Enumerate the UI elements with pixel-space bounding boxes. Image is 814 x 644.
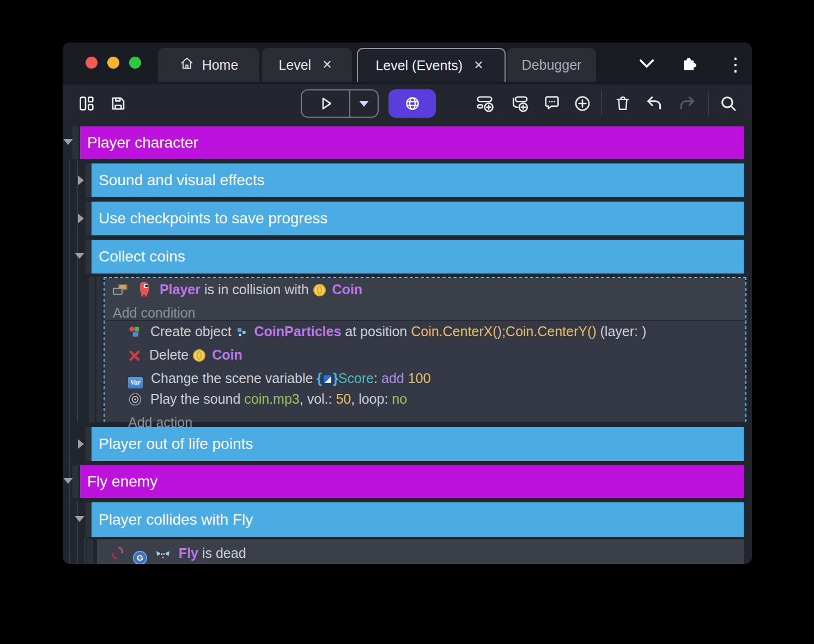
expand-chevron-icon[interactable] xyxy=(78,214,84,223)
add-subevent-icon[interactable] xyxy=(511,94,530,113)
expand-chevron-icon[interactable] xyxy=(78,175,84,185)
sound-icon xyxy=(128,391,142,412)
event-coin-collision[interactable]: Player is in collision with Coin Add con… xyxy=(104,277,746,422)
variable-badge-brace-icon: { xyxy=(317,370,322,386)
search-icon[interactable] xyxy=(719,94,738,113)
action-row-change-variable[interactable]: Var Change the scene variable {}Score: a… xyxy=(128,368,745,388)
condition-text: is dead xyxy=(198,545,246,561)
group-row-collides-fly[interactable]: Player collides with Fly xyxy=(92,502,744,537)
row-drag-handle[interactable] xyxy=(86,240,92,274)
condition-object-name: Coin xyxy=(332,282,363,297)
delete-x-icon xyxy=(128,347,141,368)
expand-chevron-icon[interactable] xyxy=(78,439,84,449)
open-project-manager-icon[interactable] xyxy=(77,94,96,113)
variable-badge-brace-icon: } xyxy=(333,370,338,386)
variable-icon: Var xyxy=(128,377,143,388)
caret-down-icon xyxy=(359,101,369,107)
play-options-dropdown[interactable] xyxy=(350,90,378,117)
close-tab-icon[interactable]: ✕ xyxy=(319,57,335,73)
kebab-menu-icon[interactable]: ⋮ xyxy=(726,53,745,75)
group-row-fly-enemy[interactable]: Fly enemy xyxy=(80,465,744,498)
tab-debugger[interactable]: Debugger xyxy=(507,48,596,82)
row-drag-handle[interactable] xyxy=(86,202,92,235)
action-text: Create object xyxy=(150,324,235,339)
minimize-window-button[interactable] xyxy=(107,57,119,69)
collapse-chevron-icon[interactable] xyxy=(63,139,73,145)
tab-level-events[interactable]: Level (Events) ✕ xyxy=(357,48,506,82)
action-text: Play the sound xyxy=(150,391,244,406)
group-row-life-points[interactable]: Player out of life points xyxy=(92,427,744,461)
row-drag-handle[interactable] xyxy=(86,427,92,461)
toolbar-divider xyxy=(708,92,709,116)
variable-operator: add xyxy=(381,370,404,386)
action-text: (layer: ) xyxy=(597,324,647,339)
action-text: Delete xyxy=(149,347,192,362)
home-icon xyxy=(179,56,195,74)
trigger-once-icon xyxy=(111,545,125,564)
tab-home-label: Home xyxy=(202,57,239,73)
redo-icon[interactable] xyxy=(677,94,697,113)
condition-row-collision[interactable]: Player is in collision with Coin xyxy=(113,279,745,302)
event-drag-handle[interactable] xyxy=(96,277,102,422)
coin-object-icon xyxy=(192,347,206,368)
add-event-icon[interactable] xyxy=(476,94,495,113)
action-row-delete[interactable]: Delete Coin xyxy=(128,344,745,368)
group-row-player-character[interactable]: Player character xyxy=(80,126,744,159)
action-text: , loop: xyxy=(351,391,392,406)
event-drag-handle[interactable] xyxy=(89,277,95,422)
indent-guide xyxy=(84,538,86,564)
actions-panel: Create object CoinParticles at position … xyxy=(105,320,745,422)
sound-loop: no xyxy=(392,391,407,406)
row-drag-handle[interactable] xyxy=(86,502,92,537)
row-drag-handle[interactable] xyxy=(72,126,78,159)
add-other-icon[interactable] xyxy=(573,94,592,113)
group-row-checkpoints[interactable]: Use checkpoints to save progress xyxy=(92,202,744,235)
gdevelop-behavior-icon: G xyxy=(133,551,147,564)
tab-home[interactable]: Home xyxy=(158,48,259,82)
action-expression: Coin.CenterX();Coin.CenterY() xyxy=(411,324,596,339)
zoom-window-button[interactable] xyxy=(129,57,141,69)
event-fly-dead[interactable]: G Fly is dead xyxy=(97,539,744,564)
delete-icon[interactable] xyxy=(613,94,633,113)
chevron-down-icon[interactable] xyxy=(637,57,656,74)
event-drag-handle[interactable] xyxy=(87,539,93,564)
collapse-chevron-icon[interactable] xyxy=(75,253,84,259)
action-row-create-object[interactable]: Create object CoinParticles at position … xyxy=(128,321,745,344)
play-button[interactable] xyxy=(302,90,350,117)
save-icon[interactable] xyxy=(108,94,128,113)
globe-icon xyxy=(404,95,421,112)
collapse-chevron-icon[interactable] xyxy=(63,478,73,484)
title-bar: Home Level ✕ Level (Events) ✕ Debugger ⋮ xyxy=(63,42,752,84)
close-tab-icon[interactable]: ✕ xyxy=(470,57,487,74)
tab-level-label: Level xyxy=(278,57,311,73)
indent-guide xyxy=(69,161,70,564)
row-drag-handle[interactable] xyxy=(86,163,92,197)
fly-object-icon xyxy=(155,545,171,564)
group-row-sound-effects[interactable]: Sound and visual effects xyxy=(92,163,744,197)
tab-level[interactable]: Level ✕ xyxy=(262,48,352,82)
condition-row-fly-dead[interactable]: G Fly is dead xyxy=(111,543,744,564)
sound-file: coin.mp3 xyxy=(244,391,299,406)
indent-guide xyxy=(77,501,78,564)
action-text: : xyxy=(374,370,381,386)
action-text: Change the scene variable xyxy=(151,370,317,386)
condition-object-name: Player xyxy=(160,282,201,297)
action-row-play-sound[interactable]: Play the sound coin.mp3, vol.: 50, loop:… xyxy=(128,388,745,412)
group-row-collect-coins[interactable]: Collect coins xyxy=(92,240,744,274)
group-title: Player character xyxy=(87,134,198,151)
close-window-button[interactable] xyxy=(86,57,98,69)
extensions-puzzle-icon[interactable] xyxy=(680,54,698,75)
variable-value: 100 xyxy=(404,370,431,386)
group-title: Player out of life points xyxy=(99,435,253,453)
conditions-panel: Player is in collision with Coin Add con… xyxy=(105,278,745,320)
condition-text: is in collision with xyxy=(201,282,313,297)
create-object-icon xyxy=(128,324,142,344)
collapse-chevron-icon[interactable] xyxy=(75,516,84,522)
row-drag-handle[interactable] xyxy=(72,465,78,498)
variable-name: Score xyxy=(338,370,374,386)
network-preview-button[interactable] xyxy=(388,89,436,118)
gdevelop-window: Home Level ✕ Level (Events) ✕ Debugger ⋮ xyxy=(63,42,752,564)
undo-icon[interactable] xyxy=(645,94,664,113)
add-comment-icon[interactable] xyxy=(542,94,562,113)
toolbar xyxy=(63,84,752,123)
